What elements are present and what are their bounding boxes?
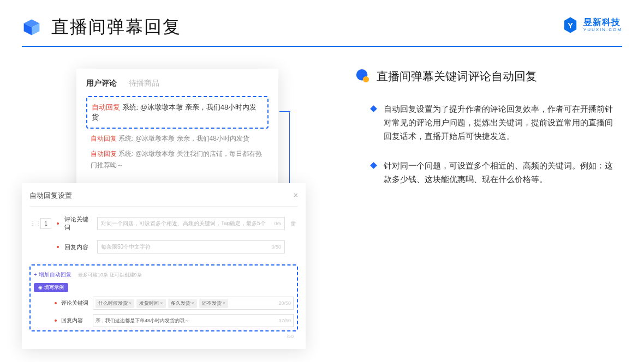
ex-keyword-label: 评论关键词 — [61, 299, 88, 307]
tabs: 用户评论 待播商品 — [86, 79, 269, 88]
char-count: 37/50 — [278, 318, 291, 323]
cube-icon — [22, 17, 41, 37]
trash-icon[interactable]: 🗑 — [290, 220, 298, 227]
bullet-item: 针对同一个问题，可设置多个相近的、高频的关键词。例如：这款多少钱、这块能优惠吗、… — [355, 159, 617, 186]
char-count: 20/50 — [278, 300, 291, 306]
bullet-item: 自动回复设置为了提升作者的评论回复效率，作者可在开播前针对常见的评论用户问题，提… — [355, 102, 617, 143]
auto-reply-tag: 自动回复 — [91, 135, 117, 142]
close-icon[interactable]: × — [294, 191, 298, 201]
tag-chip[interactable]: 还不发货× — [199, 299, 228, 308]
placeholder: 每条限50个中文字符 — [101, 243, 151, 251]
bubble-icon — [355, 69, 370, 84]
required-dot — [55, 319, 57, 322]
connector-line — [279, 111, 290, 112]
auto-reply-tag: 自动回复 — [91, 150, 117, 158]
required-dot — [57, 222, 59, 225]
section-heading: 直播间弹幕关键词评论自动回复 — [355, 69, 617, 84]
required-dot — [55, 302, 57, 304]
tab-comments[interactable]: 用户评论 — [86, 79, 117, 88]
reply-label: 回复内容 — [64, 243, 92, 251]
ex-reply-input[interactable]: 亲，我们这边都是下单48小时内发货的哦～ 37/50 — [93, 314, 294, 327]
required-dot — [57, 246, 59, 248]
reply-input[interactable]: 每条限50个中文字符 0/50 — [97, 240, 285, 254]
tag-chip[interactable]: 多久发货× — [168, 299, 197, 308]
row-number: 1 — [40, 218, 51, 229]
svg-text:Y: Y — [568, 21, 573, 30]
diamond-icon — [370, 105, 377, 112]
input-value: 亲，我们这边都是下单48小时内发货的哦～ — [96, 317, 189, 324]
ex-reply-label: 回复内容 — [61, 317, 88, 324]
placeholder: 对同一个问题，可设置多个相近、高频的关键词，Tag确定，最多5个 — [101, 220, 266, 227]
keyword-label: 评论关键词 — [64, 215, 92, 232]
tab-products[interactable]: 待播商品 — [129, 79, 159, 88]
drag-icon[interactable]: ⋮⋮ — [29, 220, 35, 227]
brand-url: YUUXIN.COM — [583, 28, 622, 32]
keyword-input[interactable]: 对同一个问题，可设置多个相近、高频的关键词，Tag确定，最多5个 0/5 — [97, 217, 285, 230]
heading-text: 直播间弹幕关键词评论自动回复 — [377, 69, 537, 84]
reply-text: 系统: @冰墩墩本墩 亲亲，我们48小时内发货 — [118, 135, 249, 142]
settings-title: 自动回复设置 — [29, 191, 72, 201]
svg-point-6 — [363, 76, 369, 82]
reply-text: 系统: @冰墩墩本墩 关注我们的店铺，每日都有热门推荐呦～ — [91, 150, 262, 168]
header-divider — [22, 46, 622, 47]
brand-name: 昱新科技 — [583, 18, 622, 27]
char-count: 0/5 — [274, 221, 281, 226]
highlighted-reply: 自动回复 系统: @冰墩墩本墩 亲亲，我们48小时内发货 — [86, 96, 269, 129]
extra-count: /50 — [29, 334, 298, 339]
add-hint: 最多可建10条 还可以创建9条 — [78, 272, 142, 277]
tag-chip[interactable]: 什么时候发货× — [96, 299, 134, 308]
brand-logo: Y 昱新科技 YUUXIN.COM — [562, 16, 622, 34]
auto-reply-tag: 自动回复 — [92, 103, 120, 111]
reply-row: 自动回复 系统: @冰墩墩本墩 关注我们的店铺，每日都有热门推荐呦～ — [91, 148, 264, 171]
screenshot-mock: 用户评论 待播商品 自动回复 系统: @冰墩墩本墩 亲亲，我们48小时内发货 自… — [22, 69, 306, 203]
bullet-text: 针对同一个问题，可设置多个相近的、高频的关键词。例如：这款多少钱、这块能优惠吗、… — [384, 159, 617, 186]
comments-panel: 用户评论 待播商品 自动回复 系统: @冰墩墩本墩 亲亲，我们48小时内发货 自… — [76, 69, 278, 197]
page-title: 直播间弹幕回复 — [51, 15, 181, 39]
ex-keyword-input[interactable]: 什么时候发货× 发货时间× 多久发货× 还不发货× 20/50 — [93, 297, 294, 310]
char-count: 0/50 — [271, 244, 281, 250]
settings-panel: 自动回复设置 × ⋮⋮ 1 评论关键词 对同一个问题，可设置多个相近、高频的关键… — [22, 183, 306, 349]
tag-chip[interactable]: 发货时间× — [136, 299, 165, 308]
example-badge: ◉ 填写示例 — [34, 283, 68, 292]
bullet-text: 自动回复设置为了提升作者的评论回复效率，作者可在开播前针对常见的评论用户问题，提… — [384, 102, 617, 143]
reply-row: 自动回复 系统: @冰墩墩本墩 亲亲，我们48小时内发货 — [91, 133, 264, 144]
diamond-icon — [370, 162, 377, 169]
add-reply-link[interactable]: + 增加自动回复 — [34, 272, 71, 277]
